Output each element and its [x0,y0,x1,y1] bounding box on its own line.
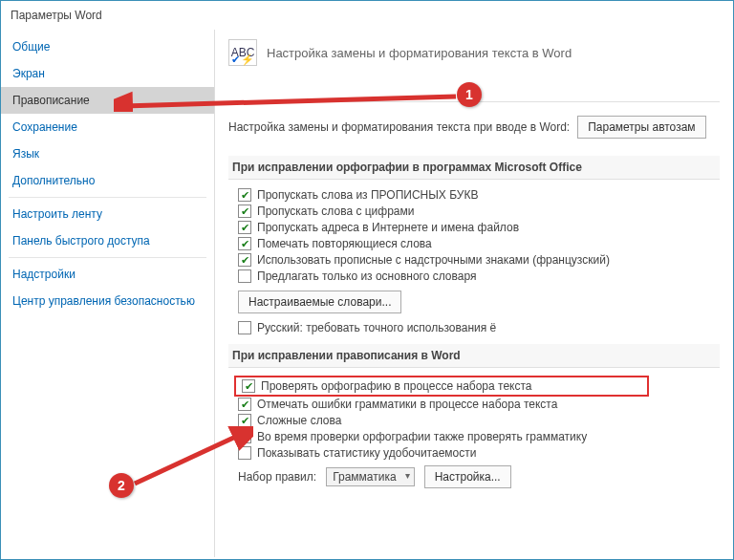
sidebar-item-quickaccess[interactable]: Панель быстрого доступа [1,227,214,254]
checkbox-icon[interactable]: ✔ [238,414,251,427]
sidebar-item-addins[interactable]: Надстройки [1,261,214,288]
opt-uppercase[interactable]: ✔Пропускать слова из ПРОПИСНЫХ БУКВ [228,187,720,204]
autocorrect-row: Настройка замены и форматирования текста… [228,110,720,148]
checkbox-icon[interactable]: ✔ [238,188,251,202]
opt-internet[interactable]: ✔Пропускать адреса в Интернете и имена ф… [228,220,720,236]
checkbox-icon[interactable]: ✔ [238,253,251,267]
page-header: ABC ✔ ⚡ Настройка замены и форматировани… [228,39,720,66]
rules-select[interactable]: Грамматика [326,467,414,486]
window-title: Параметры Word [1,1,733,30]
checkbox-icon[interactable]: ✔ [238,237,251,250]
check-icon: ✔ [231,54,240,66]
proofing-icon: ABC ✔ ⚡ [228,39,257,66]
svg-line-0 [123,97,456,106]
opt-repeated[interactable]: ✔Помечать повторяющиеся слова [228,236,720,252]
page-title: Настройка замены и форматирования текста… [267,46,572,60]
sidebar-item-trustcenter[interactable]: Центр управления безопасностью [1,288,214,314]
section-office-title: При исправлении орфографии в программах … [228,156,720,180]
annotation-badge-1: 1 [457,82,482,107]
sidebar-item-general[interactable]: Общие [1,33,214,60]
opt-digits[interactable]: ✔Пропускать слова с цифрами [228,204,720,220]
annotation-arrow-2 [129,426,253,493]
custom-dict-row: Настраиваемые словари... [228,285,720,315]
checkbox-icon[interactable] [238,269,251,283]
annotation-arrow-1 [114,89,458,112]
sidebar-separator [9,257,206,258]
bolt-icon: ⚡ [241,54,254,66]
annotation-badge-2: 2 [109,473,134,498]
opt-russian-yo[interactable]: Русский: требовать точного использования… [228,315,720,336]
sidebar-item-ribbon[interactable]: Настроить ленту [1,201,214,227]
sidebar-item-display[interactable]: Экран [1,60,214,87]
rules-settings-button[interactable]: Настройка... [424,465,511,488]
svg-line-1 [135,434,242,484]
checkbox-icon[interactable] [238,321,251,334]
autocorrect-options-button[interactable]: Параметры автозам [577,116,705,139]
opt-compound[interactable]: ✔Сложные слова [228,413,720,429]
sidebar-separator [9,197,206,198]
section-word-title: При исправлении правописания в Word [228,344,720,368]
opt-french[interactable]: ✔Использовать прописные с надстрочными з… [228,252,720,269]
opt-maindict[interactable]: Предлагать только из основного словаря [228,269,720,285]
opt-readability[interactable]: Показывать статистику удобочитаемости [228,445,720,462]
checkbox-icon[interactable]: ✔ [238,398,251,411]
checkbox-icon[interactable]: ✔ [238,205,251,218]
opt-grammar-typing[interactable]: ✔Отмечать ошибки грамматики в процессе н… [228,397,720,413]
checkbox-icon[interactable]: ✔ [242,379,255,393]
opt-check-spelling[interactable]: Проверять орфографию в процессе набора т… [261,379,532,393]
checkbox-icon[interactable]: ✔ [238,221,251,234]
rules-row: Набор правил: Грамматика Настройка... [228,462,720,490]
sidebar-item-advanced[interactable]: Дополнительно [1,167,214,194]
custom-dictionaries-button[interactable]: Настраиваемые словари... [238,291,401,313]
highlighted-option: ✔ Проверять орфографию в процессе набора… [234,376,649,397]
opt-grammar-with-spell[interactable]: ✔Во время проверки орфографии также пров… [228,429,720,445]
autocorrect-label: Настройка замены и форматирования текста… [228,120,570,134]
sidebar-item-save[interactable]: Сохранение [1,114,214,140]
sidebar-item-language[interactable]: Язык [1,140,214,167]
